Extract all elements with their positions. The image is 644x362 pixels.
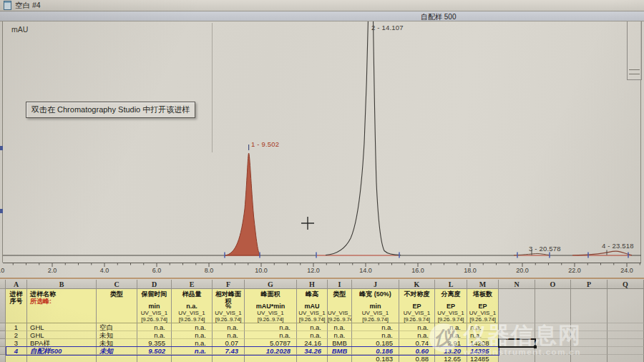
cell-O-2[interactable]	[535, 331, 571, 339]
column-header-M[interactable]: 塔板数EPUV_VIS_1[9.26..9.74]	[467, 289, 499, 323]
cell-A-2[interactable]: 2	[6, 331, 27, 339]
cell-G-5[interactable]	[245, 355, 297, 362]
column-letter-F[interactable]: F	[213, 280, 245, 289]
cell-M-3[interactable]: 14208	[467, 339, 499, 347]
cell-D-1[interactable]: n.a.	[137, 323, 172, 331]
cell-J-3[interactable]: 0.185	[352, 339, 399, 347]
cell-O-5[interactable]	[535, 355, 571, 362]
column-header-K[interactable]: 不对称度EPUV_VIS_1[9.26..9.74]	[399, 289, 435, 323]
column-header-A[interactable]: 进样 序号	[6, 289, 27, 323]
column-header-O[interactable]	[535, 289, 571, 323]
active-cell-cursor[interactable]	[498, 338, 536, 348]
cell-I-2[interactable]: n.a.	[328, 331, 352, 339]
table-row[interactable]: 2GHL未知n.a.n.a.n.a.n.a.n.a.n.a.n.a.n.a.n.…	[0, 331, 644, 339]
column-header-I[interactable]: 类型UV_VIS_1[9.26..9.74]	[328, 289, 352, 323]
cell-E-3[interactable]: n.a.	[172, 339, 213, 347]
column-header-F[interactable]: 相对峰面积%UV_VIS_1[9.26..9.74]	[213, 289, 245, 323]
column-header-H[interactable]: 峰高mAUUV_VIS_1[9.26..9.74]	[297, 289, 328, 323]
cell-B-2[interactable]: GHL	[27, 331, 97, 339]
cell-G-1[interactable]: n.a.	[245, 323, 297, 331]
cell-I-1[interactable]: n.a.	[328, 323, 352, 331]
column-header-C[interactable]: 类型	[97, 289, 137, 323]
cell-P-3[interactable]	[571, 339, 608, 347]
column-letter-D[interactable]: D	[137, 280, 172, 289]
cell-I-3[interactable]: BMB	[328, 339, 352, 347]
cell-J-5[interactable]: 0.183	[352, 355, 399, 362]
column-letter-C[interactable]: C	[97, 280, 137, 289]
column-header-J[interactable]: 峰宽 (50%)minUV_VIS_1[9.26..9.74]	[352, 289, 399, 323]
column-header-B[interactable]: 进样名称所选峰:	[27, 289, 97, 323]
table-row[interactable]: 4自配样500未知9.502n.a.7.4310.202834.26BMB0.1…	[0, 347, 644, 355]
cell-I-5[interactable]	[328, 355, 352, 362]
cell-M-4[interactable]: 14395	[467, 347, 499, 355]
cell-N-4[interactable]	[499, 347, 535, 355]
cell-G-4[interactable]: 10.2028	[245, 347, 297, 355]
column-letter-L[interactable]: L	[435, 280, 467, 289]
cell-B-3[interactable]: BPA样	[27, 339, 97, 347]
cell-E-1[interactable]: n.a.	[172, 323, 213, 331]
cell-I-4[interactable]: BMB	[328, 347, 352, 355]
cell-G-2[interactable]: n.a.	[245, 331, 297, 339]
column-letter-K[interactable]: K	[399, 280, 435, 289]
cell-F-4[interactable]: 7.43	[213, 347, 245, 355]
cell-K-5[interactable]: 0.88	[399, 355, 435, 362]
cell-M-5[interactable]: 12485	[467, 355, 499, 362]
column-letter-I[interactable]: I	[328, 280, 352, 289]
cell-F-2[interactable]: n.a.	[213, 331, 245, 339]
cell-C-5[interactable]	[97, 355, 137, 362]
column-header-N[interactable]	[499, 289, 535, 323]
column-header-E[interactable]: 样品量n.a.UV_VIS_1[9.26..9.74]	[172, 289, 213, 323]
column-letter-P[interactable]: P	[571, 280, 608, 289]
table-row[interactable]: 0.1830.8812.6512485	[0, 355, 644, 362]
column-letter-J[interactable]: J	[352, 280, 399, 289]
column-header-P[interactable]	[571, 289, 608, 323]
column-header-G[interactable]: 峰面积mAU*minUV_VIS_1[9.26..9.74]	[245, 289, 297, 323]
pane-titlebar[interactable]: 空白 #4	[0, 0, 644, 11]
cell-C-4[interactable]: 未知	[97, 347, 137, 355]
column-header-Q[interactable]	[608, 289, 644, 323]
cell-D-2[interactable]: n.a.	[137, 331, 172, 339]
cell-Q-1[interactable]	[608, 323, 644, 331]
cell-H-3[interactable]: 24.16	[297, 339, 328, 347]
cell-F-5[interactable]	[213, 355, 245, 362]
column-header-L[interactable]: 分离度EPUV_VIS_1[9.26..9.74]	[435, 289, 467, 323]
cell-M-2[interactable]: n.a.	[467, 331, 499, 339]
cell-L-1[interactable]: n.a.	[435, 323, 467, 331]
cell-L-3[interactable]: 2.91	[435, 339, 467, 347]
cell-Q-2[interactable]	[608, 331, 644, 339]
column-header-D[interactable]: 保留时间minUV_VIS_1[9.26..9.74]	[137, 289, 172, 323]
cell-A-3[interactable]: 3	[6, 339, 27, 347]
cell-L-5[interactable]: 12.65	[435, 355, 467, 362]
cell-F-3[interactable]: 0.07	[213, 339, 245, 347]
cell-B-1[interactable]: GHL	[27, 323, 97, 331]
cell-P-2[interactable]	[571, 331, 608, 339]
cell-K-4[interactable]: 0.60	[399, 347, 435, 355]
cell-O-3[interactable]	[535, 339, 571, 347]
cell-F-1[interactable]: n.a.	[213, 323, 245, 331]
column-letter-B[interactable]: B	[27, 280, 97, 289]
column-letter-M[interactable]: M	[467, 280, 499, 289]
cell-O-4[interactable]	[535, 347, 571, 355]
cell-P-1[interactable]	[571, 323, 608, 331]
cell-K-1[interactable]: n.a.	[399, 323, 435, 331]
column-letter-N[interactable]: N	[499, 280, 535, 289]
cell-G-3[interactable]: 5.0787	[245, 339, 297, 347]
chromatogram-canvas[interactable]	[0, 0, 644, 280]
cell-J-2[interactable]: n.a.	[352, 331, 399, 339]
cell-E-4[interactable]: n.a.	[172, 347, 213, 355]
cell-M-1[interactable]: n.a.	[467, 323, 499, 331]
cell-K-2[interactable]: n.a.	[399, 331, 435, 339]
column-letter-G[interactable]: G	[245, 280, 297, 289]
cell-N-1[interactable]	[499, 323, 535, 331]
cell-A-1[interactable]: 1	[6, 323, 27, 331]
cell-E-2[interactable]: n.a.	[172, 331, 213, 339]
cell-J-4[interactable]: 0.186	[352, 347, 399, 355]
mini-scrollbar[interactable]	[627, 19, 642, 80]
cell-B-4[interactable]: 自配样500	[27, 347, 97, 355]
cell-A-4[interactable]: 4	[6, 347, 27, 355]
cell-O-1[interactable]	[535, 323, 571, 331]
cell-E-5[interactable]	[172, 355, 213, 362]
cell-D-3[interactable]: 9.355	[137, 339, 172, 347]
cell-L-2[interactable]: n.a.	[435, 331, 467, 339]
column-letter-O[interactable]: O	[535, 280, 571, 289]
